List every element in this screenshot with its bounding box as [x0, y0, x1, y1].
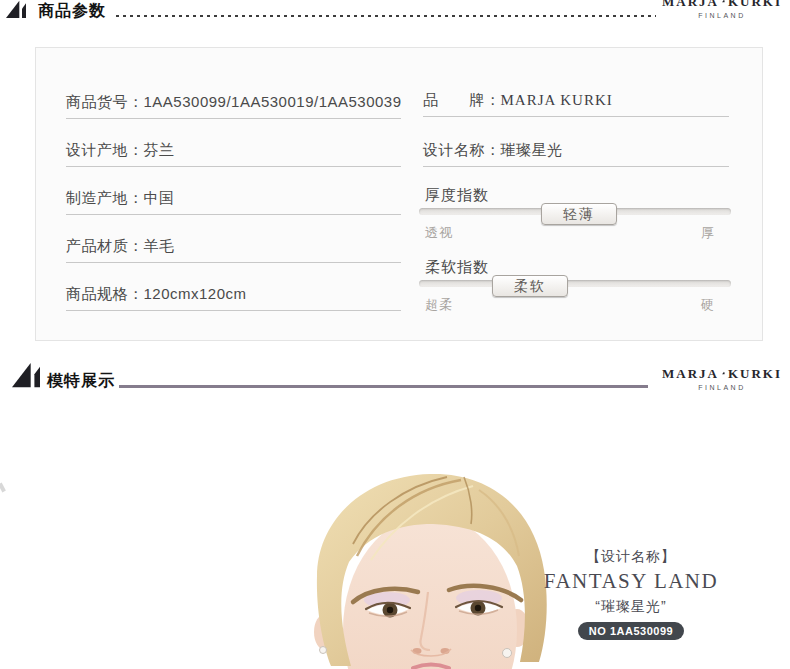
- param-value: MARJA KURKI: [501, 92, 613, 108]
- brand-mark-icon: [722, 0, 725, 6]
- slider-scale: 超柔 硬: [419, 296, 731, 314]
- section-title-parameters: 商品参数: [38, 1, 106, 22]
- brand-word-kurki: KURKI: [728, 0, 782, 10]
- param-label: 商品规格：: [66, 285, 144, 302]
- slider-min-label: 超柔: [425, 296, 453, 314]
- brand-mark-icon: [722, 368, 725, 378]
- slider-scale: 透视 厚: [419, 224, 731, 242]
- param-row-design-origin: 设计产地：芬兰: [66, 140, 401, 167]
- thickness-slider-handle[interactable]: 轻薄: [541, 203, 617, 225]
- param-value: 璀璨星光: [501, 141, 563, 158]
- param-label: 产品材质：: [66, 237, 144, 254]
- param-value: 1AA530099/1AA530019/1AA530039: [144, 93, 402, 110]
- param-value: 120cmx120cm: [144, 285, 247, 302]
- param-value: 中国: [144, 189, 175, 206]
- param-label: 品 牌：: [423, 91, 501, 108]
- brand-word-kurki: KURKI: [728, 366, 782, 382]
- brand-word-marja: MARJA: [662, 366, 719, 382]
- param-row-brand: 品 牌：MARJA KURKI: [423, 90, 729, 117]
- brand-logo-top: MARJA KURKI FINLAND: [662, 0, 782, 19]
- param-row-material: 产品材质：羊毛: [66, 236, 401, 263]
- slider-max-label: 硬: [701, 296, 715, 314]
- param-row-sku: 商品货号：1AA530099/1AA530019/1AA530039: [66, 92, 401, 119]
- design-name-block: 【设计名称】 FANTASY LAND “璀璨星光” NO 1AA530099: [540, 548, 722, 640]
- softness-slider-group: 柔软指数 柔软 超柔 硬: [419, 258, 731, 314]
- param-value: 羊毛: [144, 237, 175, 254]
- param-row-size: 商品规格：120cmx120cm: [66, 284, 401, 311]
- param-label: 制造产地：: [66, 189, 144, 206]
- param-label: 设计名称：: [423, 141, 501, 158]
- param-row-design-name: 设计名称：璀璨星光: [423, 140, 729, 167]
- thickness-slider-group: 厚度指数 轻薄 透视 厚: [419, 186, 731, 242]
- brand-word-marja: MARJA: [662, 0, 719, 10]
- product-detail-page: 商品参数 MARJA KURKI FINLAND 商品货号：1AA530099/…: [0, 0, 790, 669]
- slider-track: [419, 280, 731, 287]
- design-name-chinese: “璀璨星光”: [540, 598, 722, 616]
- param-label: 设计产地：: [66, 141, 144, 158]
- design-caption: 【设计名称】: [540, 548, 722, 566]
- softness-slider-handle[interactable]: 柔软: [492, 275, 568, 297]
- param-label: 商品货号：: [66, 93, 144, 110]
- section-title-model-show: 模特展示: [47, 371, 115, 392]
- solid-divider: [119, 385, 648, 388]
- brand-country: FINLAND: [662, 12, 782, 19]
- param-value: 芬兰: [144, 141, 175, 158]
- brand-mark-icon: [5, 0, 27, 20]
- slider-title: 厚度指数: [425, 186, 489, 205]
- param-row-manufacture-origin: 制造产地：中国: [66, 188, 401, 215]
- sku-badge: NO 1AA530099: [578, 622, 684, 640]
- slider-min-label: 透视: [425, 224, 453, 242]
- brand-country: FINLAND: [662, 384, 782, 391]
- brand-mark-icon: [11, 362, 41, 390]
- slider-title: 柔软指数: [425, 258, 489, 277]
- parameters-panel: 商品货号：1AA530099/1AA530019/1AA530039 设计产地：…: [35, 47, 763, 341]
- page-edge-artifact: [0, 483, 6, 493]
- design-name-english: FANTASY LAND: [540, 569, 722, 594]
- slider-max-label: 厚: [701, 224, 715, 242]
- dashed-divider: [116, 15, 656, 17]
- brand-logo-middle: MARJA KURKI FINLAND: [662, 366, 782, 391]
